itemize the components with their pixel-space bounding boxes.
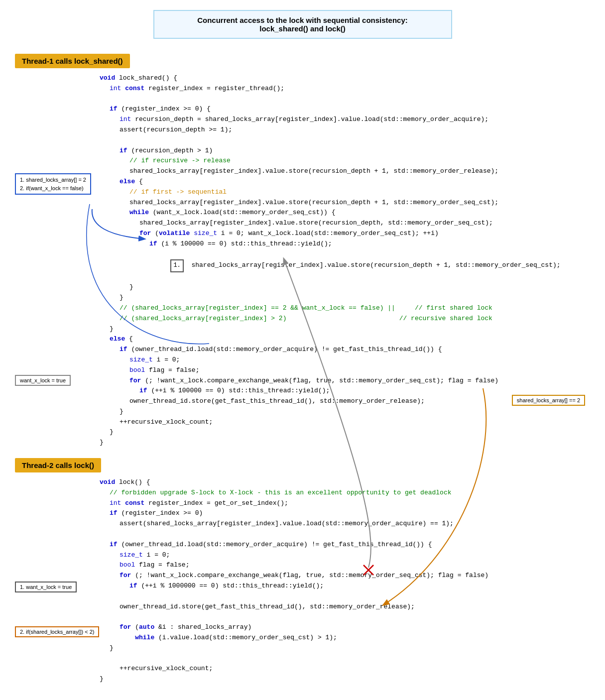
page-wrapper: Concurrent access to the lock with seque… — [10, 10, 595, 685]
code-line: if (++i % 1000000 == 0) std::this_thread… — [100, 581, 595, 591]
annotation-line2: 2. if(want_x_lock == false) — [20, 184, 86, 193]
code-line: void lock() { — [100, 477, 595, 488]
title-line1: Concurrent access to the lock with seque… — [164, 16, 441, 24]
code-line: // (shared_locks_array[register_index] =… — [100, 303, 595, 314]
code-line: } — [100, 643, 595, 654]
thread1-code: void lock_shared() { int const register_… — [100, 73, 595, 448]
code-line: // if first -> sequential — [100, 187, 595, 198]
code-line: if (register_index >= 0) { — [100, 104, 595, 115]
code-line: shared_locks_array[register_index].value… — [100, 166, 595, 177]
code-line: owner_thread_id.store(get_fast_this_thre… — [100, 602, 595, 612]
code-line: bool flag = false; — [100, 560, 595, 571]
title-box: Concurrent access to the lock with seque… — [153, 10, 452, 39]
code-line: void lock_shared() { — [100, 73, 595, 84]
annotation-shared-locks-array: 1. shared_locks_array[] = 2 2. if(want_x… — [15, 173, 91, 195]
code-line: } — [100, 324, 595, 335]
title-line2: lock_shared() and lock() — [164, 24, 441, 33]
code-line: else { — [100, 334, 595, 345]
code-line: } — [100, 674, 595, 685]
code-line: shared_locks_array[register_index].value… — [100, 198, 595, 208]
code-line: // (shared_locks_array[register_index] >… — [100, 314, 595, 324]
code-line — [100, 529, 595, 540]
code-line: for (; !want_x_lock.compare_exchange_wea… — [100, 376, 595, 386]
code-line: size_t i = 0; — [100, 355, 595, 365]
code-line: } — [100, 293, 595, 303]
code-line: bool flag = false; — [100, 365, 595, 376]
annotation-want-x-lock-true: want_x_lock = true — [15, 375, 71, 386]
code-line — [100, 612, 595, 622]
annotation-line1: 1. shared_locks_array[] = 2 — [20, 176, 86, 184]
code-line — [100, 591, 595, 602]
code-line: } — [100, 427, 595, 438]
code-line: // if recursive -> release — [100, 156, 595, 166]
code-line: if (i % 100000 == 0) std::this_thread::y… — [100, 239, 595, 249]
code-line: size_t i = 0; — [100, 550, 595, 561]
annotation-want-x-lock-label: want_x_lock = true — [20, 377, 66, 383]
annotation-t2-step2: 2. if(shared_locks_array[]) < 2) — [15, 626, 99, 637]
code-line: if (owner_thread_id.load(std::memory_ord… — [100, 345, 595, 355]
code-line: ++recursive_xlock_count; — [100, 664, 595, 674]
thread2-code: void lock() { // forbidden upgrade S-loc… — [100, 477, 595, 685]
thread1-section: Thread-1 calls lock_shared() 1. shared_l… — [15, 54, 595, 448]
code-line: } — [100, 282, 595, 293]
code-line — [100, 135, 595, 146]
code-line: if (recursion_depth > 1) — [100, 146, 595, 156]
inline-box-1: 1. — [170, 259, 183, 272]
code-line: else { — [100, 177, 595, 187]
t2-step1-label: 1. want_x_lock = true — [20, 584, 72, 590]
code-line: int const register_index = get_or_set_in… — [100, 498, 595, 509]
code-line: } — [100, 407, 595, 417]
code-line: for (auto &i : shared_locks_array) — [100, 622, 595, 633]
code-line: while (want_x_lock.load(std::memory_orde… — [100, 208, 595, 218]
code-line: ++recursive_xlock_count; — [100, 417, 595, 428]
code-line: owner_thread_id.store(get_fast_this_thre… — [100, 396, 595, 407]
code-line-box1: 1. shared_locks_array[register_index].va… — [100, 249, 595, 283]
code-line: assert(shared_locks_array[register_index… — [100, 519, 595, 529]
code-line-t2-step2: while (i.value.load(std::memory_order_se… — [100, 633, 595, 643]
thread2-header: Thread-2 calls lock() — [15, 458, 101, 472]
code-line: for (volatile size_t i = 0; want_x_lock.… — [100, 229, 595, 239]
code-line: if (owner_thread_id.load(std::memory_ord… — [100, 540, 595, 550]
thread1-header: Thread-1 calls lock_shared() — [15, 54, 130, 68]
code-line-t2-step1: for (; !want_x_lock.compare_exchange_wea… — [100, 571, 595, 581]
t2-step2-label: 2. if(shared_locks_array[]) < 2) — [20, 629, 94, 635]
code-line: if (register_index >= 0) — [100, 508, 595, 519]
code-line: int const register_index = register_thre… — [100, 84, 595, 94]
code-line: int recursion_depth = shared_locks_array… — [100, 115, 595, 125]
code-line: if (++i % 100000 == 0) std::this_thread:… — [100, 386, 595, 396]
code-line: assert(recursion_depth >= 1); — [100, 125, 595, 135]
code-line — [100, 654, 595, 664]
code-line: shared_locks_array[register_index].value… — [100, 218, 595, 229]
code-line: } — [100, 438, 595, 448]
annotation-t2-step1: 1. want_x_lock = true — [15, 582, 77, 592]
code-line — [100, 94, 595, 105]
code-line: // forbidden upgrade S-lock to X-lock - … — [100, 488, 595, 498]
thread2-section: Thread-2 calls lock() 1. want_x_lock = t… — [15, 458, 595, 685]
